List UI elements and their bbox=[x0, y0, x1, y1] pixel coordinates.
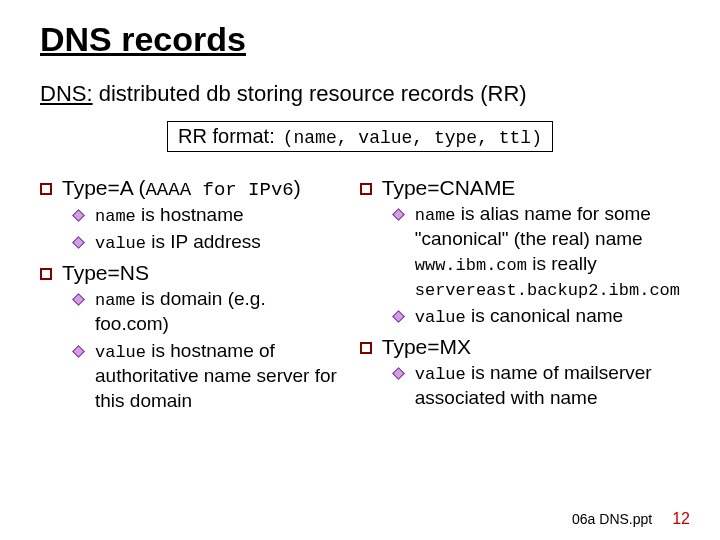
type-ns-heading: Type=NS bbox=[40, 261, 340, 285]
cname-b2-mono: value bbox=[415, 308, 466, 327]
square-bullet-icon bbox=[360, 342, 372, 354]
slide-subtitle: DNS: distributed db storing resource rec… bbox=[40, 81, 680, 107]
subtitle-prefix: DNS: bbox=[40, 81, 93, 106]
footer-page-number: 12 bbox=[672, 510, 690, 528]
type-cname-heading: Type=CNAME bbox=[360, 176, 680, 200]
type-cname-items: name is alias name for some "canonical" … bbox=[394, 202, 680, 329]
a-b1-rest: is hostname bbox=[136, 204, 244, 225]
columns: Type=A (AAAA for IPv6) name is hostname … bbox=[40, 170, 680, 419]
diamond-bullet-icon bbox=[72, 209, 85, 222]
type-a-post: ) bbox=[294, 176, 301, 199]
ns-b1-mono: name bbox=[95, 291, 136, 310]
square-bullet-icon bbox=[360, 183, 372, 195]
footer-filename: 06a DNS.ppt bbox=[572, 511, 652, 527]
a-b1-mono: name bbox=[95, 207, 136, 226]
square-bullet-icon bbox=[40, 268, 52, 280]
subtitle-rest: distributed db storing resource records … bbox=[93, 81, 527, 106]
mx-b1-mono: value bbox=[415, 365, 466, 384]
diamond-bullet-icon bbox=[72, 293, 85, 306]
rr-format-tuple: (name, value, type, ttl) bbox=[283, 128, 542, 148]
type-mx-item-1: value is name of mailserver associated w… bbox=[394, 361, 680, 411]
rr-format-row: RR format: (name, value, type, ttl) bbox=[40, 121, 680, 152]
a-b2-mono: value bbox=[95, 234, 146, 253]
cname-ex2: servereast.backup2.ibm.com bbox=[415, 281, 680, 300]
diamond-bullet-icon bbox=[72, 345, 85, 358]
cname-b2-rest: is canonical name bbox=[466, 305, 623, 326]
rr-format-box: RR format: (name, value, type, ttl) bbox=[167, 121, 553, 152]
type-a-items: name is hostname value is IP address bbox=[74, 203, 340, 255]
type-ns-label: Type=NS bbox=[62, 261, 149, 285]
slide-footer: 06a DNS.ppt 12 bbox=[572, 510, 690, 528]
diamond-bullet-icon bbox=[392, 367, 405, 380]
slide-title: DNS records bbox=[40, 20, 680, 59]
a-b2-rest: is IP address bbox=[146, 231, 261, 252]
cname-ex1: www.ibm.com bbox=[415, 256, 527, 275]
left-column: Type=A (AAAA for IPv6) name is hostname … bbox=[40, 170, 340, 419]
diamond-bullet-icon bbox=[392, 208, 405, 221]
type-cname-item-2: value is canonical name bbox=[394, 304, 680, 329]
rr-format-label: RR format: bbox=[178, 125, 275, 148]
cname-ex-mid: is really bbox=[527, 253, 597, 274]
type-mx-label: Type=MX bbox=[382, 335, 471, 359]
type-cname-label: Type=CNAME bbox=[382, 176, 516, 200]
type-a-item-1: name is hostname bbox=[74, 203, 340, 228]
type-ns-item-2: value is hostname of authoritative name … bbox=[74, 339, 340, 413]
type-cname-item-1: name is alias name for some "canonical" … bbox=[394, 202, 680, 302]
type-a-item-2: value is IP address bbox=[74, 230, 340, 255]
diamond-bullet-icon bbox=[392, 310, 405, 323]
right-column: Type=CNAME name is alias name for some "… bbox=[360, 170, 680, 419]
square-bullet-icon bbox=[40, 183, 52, 195]
type-ns-item-1: name is domain (e.g. foo.com) bbox=[74, 287, 340, 337]
type-mx-heading: Type=MX bbox=[360, 335, 680, 359]
type-a-heading: Type=A (AAAA for IPv6) bbox=[40, 176, 340, 201]
type-ns-items: name is domain (e.g. foo.com) value is h… bbox=[74, 287, 340, 413]
cname-b1-mono: name bbox=[415, 206, 456, 225]
ns-b2-mono: value bbox=[95, 343, 146, 362]
type-mx-items: value is name of mailserver associated w… bbox=[394, 361, 680, 411]
type-a-pre: Type=A ( bbox=[62, 176, 145, 199]
diamond-bullet-icon bbox=[72, 236, 85, 249]
type-a-mono: AAAA for IPv6 bbox=[145, 179, 293, 201]
